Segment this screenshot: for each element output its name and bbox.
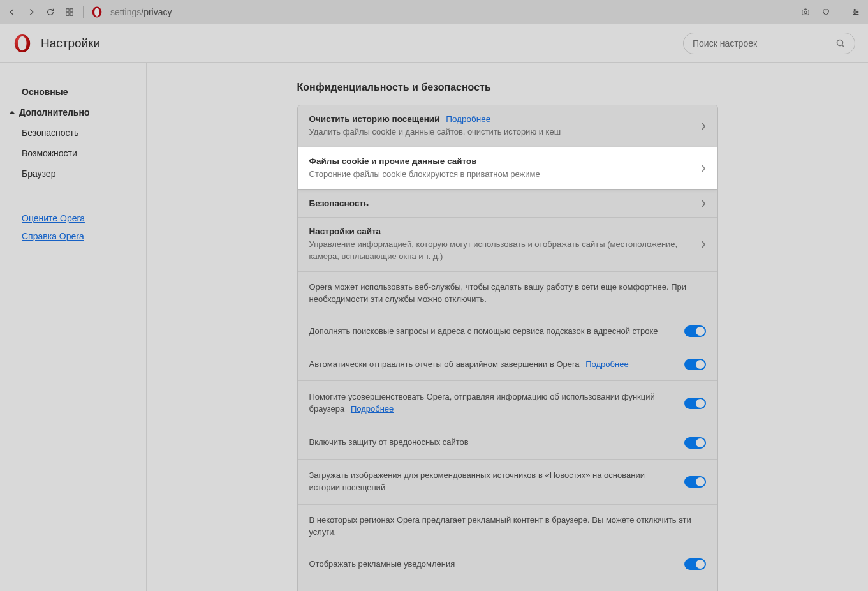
- row-malware: Включить защиту от вредоносных сайтов: [298, 426, 717, 459]
- row-site-sub: Управление информацией, которую могут ис…: [309, 239, 693, 262]
- divider: [841, 6, 841, 18]
- chevron-up-icon: [9, 109, 15, 116]
- sidebar-help-link[interactable]: Справка Opera: [19, 227, 84, 245]
- svg-point-12: [857, 11, 858, 12]
- svg-line-17: [842, 45, 845, 47]
- svg-point-5: [94, 8, 99, 17]
- sidebar-item-advanced[interactable]: Дополнительно: [9, 102, 133, 123]
- sidebar-item-features[interactable]: Возможности: [19, 143, 133, 163]
- link-crash-more[interactable]: Подробнее: [585, 359, 628, 369]
- easy-setup-icon[interactable]: [850, 6, 862, 18]
- chevron-right-icon: [701, 164, 706, 173]
- svg-rect-0: [66, 8, 69, 11]
- sidebar-item-basic[interactable]: Основные: [19, 82, 133, 102]
- row-security[interactable]: Безопасность: [298, 189, 717, 217]
- svg-rect-6: [802, 10, 809, 15]
- search-icon: [835, 38, 846, 49]
- row-autocomplete-label: Дополнять поисковые запросы и адреса с п…: [309, 325, 674, 338]
- row-site-title: Настройки сайта: [309, 227, 693, 236]
- back-button[interactable]: [6, 6, 18, 18]
- divider: [83, 6, 84, 18]
- chevron-right-icon: [701, 240, 706, 249]
- svg-point-13: [854, 13, 855, 15]
- settings-search[interactable]: [683, 33, 855, 54]
- svg-rect-3: [70, 12, 73, 15]
- row-clear-history[interactable]: Очистить историю посещений Подробнее Уда…: [298, 105, 717, 147]
- row-malware-label: Включить защиту от вредоносных сайтов: [309, 437, 674, 449]
- svg-rect-2: [66, 12, 69, 15]
- row-cookies-title: Файлы cookie и прочие данные сайтов: [309, 156, 693, 166]
- row-security-title: Безопасность: [309, 198, 693, 208]
- row-cookies-sub: Сторонние файлы cookie блокируются в при…: [309, 168, 693, 180]
- toggle-news-images[interactable]: [684, 476, 706, 488]
- row-autocomplete: Дополнять поисковые запросы и адреса с п…: [298, 315, 717, 348]
- row-news-label: Загружать изображения для рекомендованны…: [309, 470, 674, 494]
- svg-rect-1: [70, 8, 73, 11]
- toggle-malware[interactable]: [684, 437, 706, 449]
- search-input[interactable]: [693, 38, 835, 49]
- sidebar-item-security[interactable]: Безопасность: [19, 123, 133, 143]
- section-title: Конфиденциальность и безопасность: [297, 82, 718, 93]
- toggle-improve[interactable]: [684, 398, 706, 409]
- row-site-settings[interactable]: Настройки сайта Управление информацией, …: [298, 217, 717, 271]
- chevron-right-icon: [701, 199, 706, 208]
- row-clear-history-sub: Удалить файлы cookie и данные сайтов, оч…: [309, 126, 693, 138]
- row-crash-label: Автоматически отправлять отчеты об авари…: [309, 359, 580, 369]
- row-webservices-info: Opera может использовать веб-службы, что…: [298, 271, 717, 315]
- site-icon: [91, 6, 103, 18]
- snapshot-icon[interactable]: [800, 6, 811, 18]
- opera-logo-icon: [13, 34, 32, 53]
- row-ad-notifications: Отображать рекламные уведомления: [298, 548, 717, 581]
- toggle-autocomplete[interactable]: [684, 325, 706, 337]
- tabs-button[interactable]: [64, 6, 75, 18]
- link-improve-more[interactable]: Подробнее: [351, 404, 394, 414]
- settings-sidebar: Основные Дополнительно Безопасность Возм…: [0, 63, 147, 591]
- reload-button[interactable]: [45, 6, 56, 18]
- settings-page: Настройки Основные Дополнительно Безопас…: [0, 24, 868, 591]
- link-clear-more[interactable]: Подробнее: [446, 114, 490, 124]
- toggle-crash-reports[interactable]: [684, 359, 706, 370]
- svg-point-16: [837, 40, 843, 45]
- svg-point-15: [18, 36, 26, 50]
- row-marketing: Получать рекламный контент на Speed Dial…: [298, 581, 717, 592]
- url-host: settings: [110, 7, 141, 17]
- svg-point-11: [854, 9, 855, 10]
- row-improve: Помогите усовершенствовать Opera, отправ…: [298, 380, 717, 426]
- settings-main: Конфиденциальность и безопасность Очисти…: [147, 63, 868, 591]
- sidebar-item-advanced-label: Дополнительно: [19, 107, 89, 117]
- row-ads-info: В некоторых регионах Opera предлагает ре…: [298, 504, 717, 548]
- address-bar[interactable]: settings/privacy: [110, 7, 172, 17]
- settings-header: Настройки: [0, 24, 868, 63]
- row-ad-notifications-label: Отображать рекламные уведомления: [309, 558, 674, 571]
- browser-chrome-bar: settings/privacy: [0, 0, 868, 24]
- row-crash-reports: Автоматически отправлять отчеты об авари…: [298, 348, 717, 381]
- chevron-right-icon: [701, 122, 706, 131]
- url-path: /privacy: [141, 7, 172, 17]
- heart-icon[interactable]: [820, 6, 832, 18]
- sidebar-rate-link[interactable]: Оцените Opera: [19, 209, 85, 227]
- row-clear-history-title: Очистить историю посещений: [309, 114, 440, 124]
- row-news-images: Загружать изображения для рекомендованны…: [298, 459, 717, 504]
- sidebar-item-browser[interactable]: Браузер: [19, 163, 133, 184]
- privacy-card-group: Очистить историю посещений Подробнее Уда…: [297, 105, 718, 591]
- page-title: Настройки: [41, 36, 100, 50]
- svg-point-7: [804, 11, 807, 13]
- toggle-ad-notifications[interactable]: [684, 558, 706, 570]
- row-cookies[interactable]: Файлы cookie и прочие данные сайтов Стор…: [298, 147, 717, 189]
- forward-button[interactable]: [26, 6, 37, 18]
